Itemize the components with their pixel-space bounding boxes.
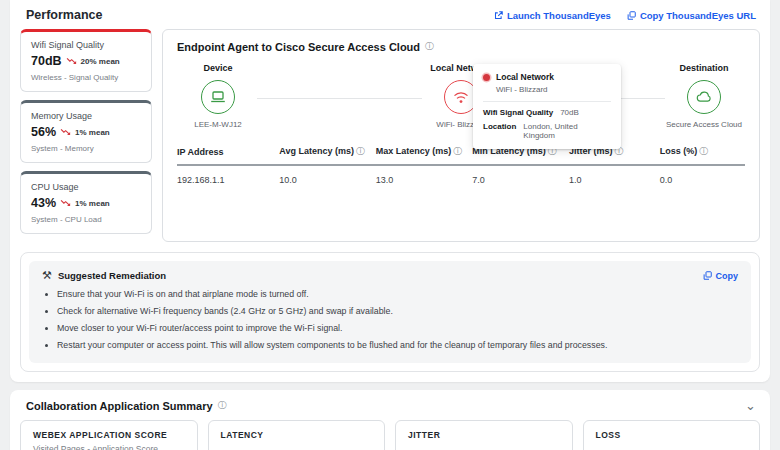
metric-card-wifi-signal[interactable]: Wifi Signal Quality 70dB 20% mean Wirele… <box>20 29 152 92</box>
laptop-icon[interactable] <box>201 80 235 114</box>
metric-subtitle: System - CPU Load <box>31 215 141 224</box>
remediation-item: Ensure that your Wi-Fi is on and that ai… <box>57 289 738 299</box>
launch-thousandeyes-link[interactable]: Launch ThousandEyes <box>494 10 611 21</box>
cloud-icon[interactable] <box>687 80 721 114</box>
red-status-dot-icon <box>483 74 490 81</box>
metric-trend: 20% mean <box>81 57 120 66</box>
performance-panel: Performance Launch ThousandEyes Copy Tho… <box>10 0 770 382</box>
cell-jitter: 1.0 <box>569 165 660 194</box>
col-ip-address: IP Address <box>177 139 279 165</box>
trend-down-icon <box>60 199 71 207</box>
tooltip-subtitle: WiFi - Blizzard <box>496 85 611 94</box>
network-path-diagram: Device LEE-M-WJ12 Local Network WiFi- Bl… <box>177 53 745 129</box>
metric-subtitle: System - Memory <box>31 144 141 153</box>
loss-card: LOSS 0 % No change Expected 3%-5% ⓘ <box>583 420 761 450</box>
latency-card: LATENCY 10.00 ms 0.71 ms Expected < 60 m… <box>208 420 386 450</box>
info-icon[interactable]: ⓘ <box>699 146 708 156</box>
chevron-down-icon[interactable]: ⌄ <box>745 401 756 411</box>
path-connector <box>257 98 422 99</box>
table-row: 192.168.1.1 10.0 13.0 7.0 1.0 0.0 <box>177 165 745 194</box>
info-icon[interactable]: ⓘ <box>453 146 462 156</box>
remediation-item: Move closer to your Wi-Fi router/access … <box>57 323 738 333</box>
page-title: Performance <box>26 8 102 22</box>
tooltip-location-value: London, United Kingdom <box>523 122 611 140</box>
tooltip-title: Local Network <box>496 72 554 82</box>
col-loss: Loss (%)ⓘ <box>660 139 745 165</box>
node-name: Secure Access Cloud <box>665 120 743 129</box>
external-link-icon <box>494 11 503 20</box>
info-icon[interactable]: ⓘ <box>218 399 227 412</box>
metric-subtitle: Wireless - Signal Quality <box>31 73 141 82</box>
remediation-item: Check for alternative Wi-Fi frequency ba… <box>57 306 738 316</box>
col-max-latency: Max Latency (ms)ⓘ <box>376 139 473 165</box>
node-label: Destination <box>665 63 743 73</box>
collaboration-summary-panel: Collaboration Application Summary ⓘ ⌄ WE… <box>10 390 770 450</box>
remediation-title: ⚒ Suggested Remediation <box>42 269 166 282</box>
metric-cards-column: Wifi Signal Quality 70dB 20% mean Wirele… <box>20 29 152 242</box>
remediation-box: ⚒ Suggested Remediation Copy Ensure that… <box>29 261 751 363</box>
endpoint-agent-card: Endpoint Agent to Cisco Secure Access Cl… <box>162 29 760 242</box>
metric-card-cpu-usage[interactable]: CPU Usage 43% 1% mean System - CPU Load <box>20 171 152 234</box>
tooltip-signal-value: 70dB <box>560 108 579 117</box>
jitter-card: JITTER 10.00 ms 0.71 ms Expected < 60 ms… <box>395 420 573 450</box>
header-links: Launch ThousandEyes Copy ThousandEyes UR… <box>494 10 756 21</box>
table-header-row: IP Address Avg Latency (ms)ⓘ Max Latency… <box>177 139 745 165</box>
info-icon[interactable]: ⓘ <box>425 40 434 53</box>
metric-title: CPU Usage <box>31 182 141 192</box>
copy-icon <box>703 271 712 280</box>
copy-thousandeyes-url-link[interactable]: Copy ThousandEyes URL <box>627 10 756 21</box>
metric-title: Wifi Signal Quality <box>31 40 141 50</box>
latency-table: IP Address Avg Latency (ms)ⓘ Max Latency… <box>177 139 745 194</box>
tooltip-location-label: Location <box>483 122 516 140</box>
metric-trend: 1% mean <box>75 128 110 137</box>
node-name: LEE-M-WJ12 <box>179 120 257 129</box>
metric-card-memory-usage[interactable]: Memory Usage 56% 1% mean System - Memory <box>20 100 152 163</box>
node-label: Device <box>179 63 257 73</box>
cell-max-latency: 13.0 <box>376 165 473 194</box>
remediation-list: Ensure that your Wi-Fi is on and that ai… <box>42 289 738 350</box>
card-subtitle: Visited Pages - Application Score <box>33 444 185 450</box>
trend-down-icon <box>66 57 77 65</box>
metric-value: 43% <box>31 196 56 210</box>
cell-min-latency: 7.0 <box>472 165 569 194</box>
metric-value: 56% <box>31 125 56 139</box>
remediation-copy-button[interactable]: Copy <box>703 271 739 281</box>
tooltip-divider <box>483 101 611 102</box>
copy-icon <box>627 11 636 20</box>
info-icon[interactable]: ⓘ <box>356 146 365 156</box>
metric-value: 70dB <box>31 54 62 68</box>
col-avg-latency: Avg Latency (ms)ⓘ <box>279 139 376 165</box>
endpoint-card-title: Endpoint Agent to Cisco Secure Access Cl… <box>177 40 745 53</box>
remediation-item: Restart your computer or access point. T… <box>57 340 738 350</box>
remediation-container: ⚒ Suggested Remediation Copy Ensure that… <box>20 252 760 372</box>
webex-score-card: WEBEX APPLICATION SCORE Visited Pages - … <box>20 420 198 450</box>
cell-avg-latency: 10.0 <box>279 165 376 194</box>
trend-down-icon <box>60 128 71 136</box>
card-title: LATENCY <box>221 430 373 440</box>
path-node-device[interactable]: Device LEE-M-WJ12 <box>179 63 257 129</box>
performance-header: Performance Launch ThousandEyes Copy Tho… <box>20 6 760 29</box>
card-title: JITTER <box>408 430 560 440</box>
cell-loss: 0.0 <box>660 165 745 194</box>
card-title: LOSS <box>596 430 748 440</box>
metric-title: Memory Usage <box>31 111 141 121</box>
tools-icon: ⚒ <box>42 269 52 282</box>
collaboration-summary-title: Collaboration Application Summary ⓘ <box>26 399 227 412</box>
path-node-destination[interactable]: Destination Secure Access Cloud <box>665 63 743 129</box>
metric-trend: 1% mean <box>75 199 110 208</box>
local-network-tooltip: Local Network WiFi - Blizzard Wifi Signa… <box>473 64 621 149</box>
cell-ip-address: 192.168.1.1 <box>177 165 279 194</box>
tooltip-signal-label: Wifi Signal Quality <box>483 108 553 117</box>
card-title: WEBEX APPLICATION SCORE <box>33 430 185 440</box>
